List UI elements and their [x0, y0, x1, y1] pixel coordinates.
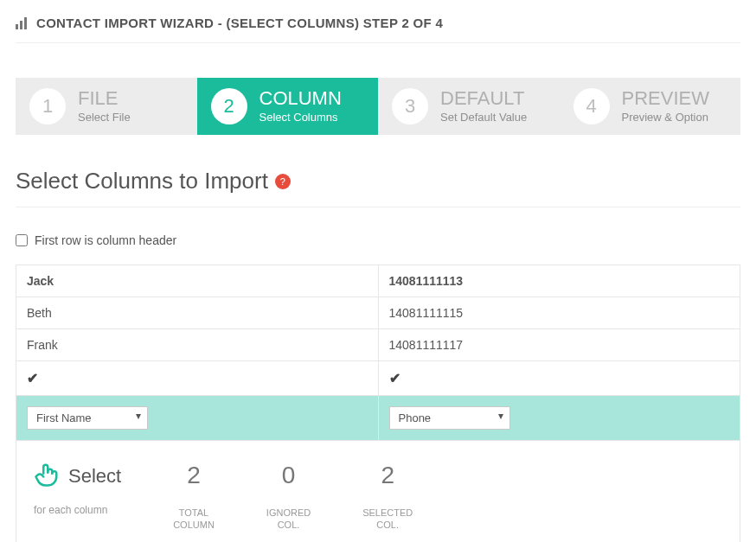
help-icon[interactable]: ?: [275, 174, 291, 189]
step-subtitle: Select Columns: [259, 111, 342, 124]
step-number: 1: [29, 88, 66, 124]
table-cell: 14081111115: [378, 297, 740, 329]
step-number: 2: [211, 88, 247, 124]
check-icon: ✔: [27, 370, 38, 386]
column-status-row: ✔ ✔: [16, 361, 740, 396]
step-number: 4: [573, 88, 610, 124]
stat-selected-col: 2 SELECTED COL.: [362, 462, 413, 532]
column-mapping-select-1[interactable]: First Name: [27, 406, 148, 430]
step-number: 3: [392, 88, 428, 124]
stat-value: 0: [266, 462, 311, 489]
bar-chart-icon: [16, 17, 29, 29]
column-mapping-select-2[interactable]: Phone: [389, 406, 510, 430]
step-title: FILE: [78, 88, 131, 109]
wizard-stepper: 1 FILE Select File 2 COLUMN Select Colum…: [16, 78, 740, 135]
first-row-header-row: First row is column header: [16, 233, 740, 247]
stat-ignored-col: 0 IGNORED COL.: [266, 462, 311, 532]
stat-value: 2: [173, 462, 215, 489]
table-row: Frank 14081111117: [16, 329, 740, 361]
column-stats: Select for each column 2 TOTAL COLUMN 0 …: [16, 441, 740, 542]
stat-total-column: 2 TOTAL COLUMN: [173, 462, 215, 532]
table-header-row: Jack 14081111113: [16, 265, 740, 297]
table-cell: Beth: [16, 297, 379, 329]
step-subtitle: Set Default Value: [440, 111, 527, 124]
column-mapping-row: First Name Phone: [16, 396, 740, 441]
step-title: DEFAULT: [440, 88, 527, 109]
first-row-header-label[interactable]: First row is column header: [35, 233, 176, 247]
table-cell: Frank: [16, 329, 379, 361]
step-file[interactable]: 1 FILE Select File: [16, 78, 197, 135]
step-subtitle: Preview & Option: [622, 111, 709, 124]
stat-label: TOTAL COLUMN: [173, 507, 215, 532]
stat-label: IGNORED COL.: [266, 507, 311, 532]
column-status-cell: ✔: [16, 361, 379, 396]
section-heading-row: Select Columns to Import ?: [16, 168, 740, 207]
hand-pointer-icon: [34, 462, 60, 490]
first-row-header-checkbox[interactable]: [16, 234, 28, 246]
check-icon: ✔: [389, 370, 400, 386]
stats-lead-label: Select: [68, 465, 121, 488]
step-preview[interactable]: 4 PREVIEW Preview & Option: [560, 78, 741, 135]
svg-rect-0: [16, 24, 18, 29]
columns-preview-table: Jack 14081111113 Beth 14081111115 Frank …: [16, 265, 740, 441]
table-header-cell: 14081111113: [378, 265, 740, 297]
column-mapping-cell: Phone: [378, 396, 740, 441]
page-title: CONTACT IMPORT WIZARD - (SELECT COLUMNS)…: [36, 16, 443, 30]
step-title: COLUMN: [259, 88, 342, 109]
step-subtitle: Select File: [78, 111, 131, 124]
table-header-cell: Jack: [16, 265, 379, 297]
table-cell: 14081111117: [378, 329, 740, 361]
step-title: PREVIEW: [622, 88, 709, 109]
stats-lead-sub: for each column: [34, 504, 121, 516]
column-status-cell: ✔: [378, 361, 740, 396]
page-header: CONTACT IMPORT WIZARD - (SELECT COLUMNS)…: [16, 16, 740, 43]
stat-value: 2: [362, 462, 413, 489]
stat-label: SELECTED COL.: [362, 507, 413, 532]
column-mapping-cell: First Name: [16, 396, 379, 441]
stats-lead: Select for each column: [34, 462, 121, 516]
step-default[interactable]: 3 DEFAULT Set Default Value: [378, 78, 560, 135]
svg-rect-2: [24, 17, 27, 29]
section-heading: Select Columns to Import: [16, 168, 268, 194]
step-column[interactable]: 2 COLUMN Select Columns: [197, 78, 379, 135]
svg-rect-1: [20, 21, 22, 29]
table-row: Beth 14081111115: [16, 297, 740, 329]
